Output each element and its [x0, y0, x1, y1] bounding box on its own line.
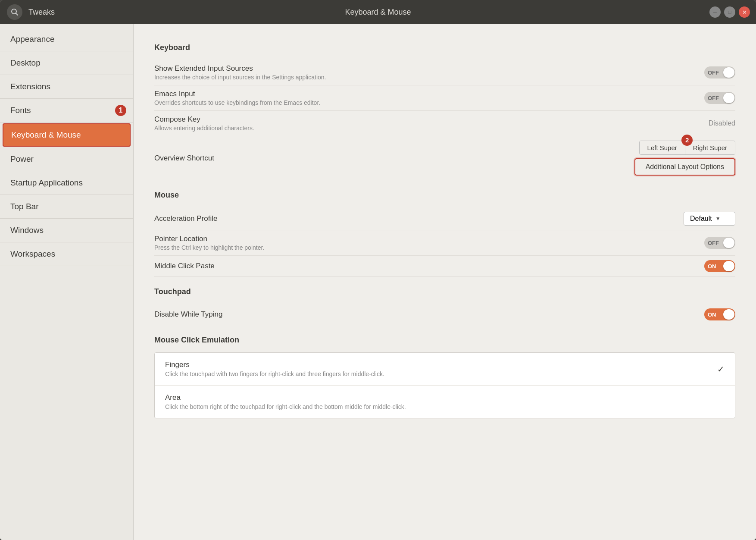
sidebar-item-appearance[interactable]: Appearance: [0, 28, 133, 51]
compose-key-state: Disabled: [709, 119, 735, 127]
minimize-button[interactable]: ─: [709, 6, 721, 18]
window-title: Keyboard & Mouse: [345, 8, 411, 17]
mouse-click-emulation-header: Mouse Click Emulation: [154, 336, 735, 345]
acceleration-profile-row: Acceleration Profile Default ▼: [154, 207, 735, 230]
overview-shortcut-group: Left Super Right Super 2 Additional Layo…: [634, 141, 735, 176]
disable-while-typing-toggle[interactable]: ON: [704, 308, 735, 320]
acceleration-profile-dropdown[interactable]: Default ▼: [684, 212, 735, 226]
emulation-item-area[interactable]: Area Click the bottom right of the touch…: [155, 386, 735, 418]
svg-line-1: [16, 13, 18, 16]
area-desc: Click the bottom right of the touchpad f…: [165, 403, 725, 410]
sidebar-item-fonts[interactable]: Fonts 1: [0, 99, 133, 122]
fingers-desc: Click the touchpad with two fingers for …: [165, 370, 717, 377]
show-extended-input-sources-toggle[interactable]: OFF: [704, 66, 735, 78]
sidebar-item-keyboard-mouse[interactable]: Keyboard & Mouse: [3, 123, 131, 147]
middle-click-paste-row: Middle Click Paste ON: [154, 256, 735, 277]
disable-while-typing-toggle-label: ON: [708, 311, 716, 318]
sidebar-item-windows[interactable]: Windows: [0, 219, 133, 242]
acceleration-profile-name: Acceleration Profile: [154, 214, 684, 223]
toggle-knob: [723, 261, 734, 271]
badge-2: 2: [681, 135, 693, 146]
show-extended-input-sources-name: Show Extended Input Sources: [154, 64, 704, 73]
area-name: Area: [165, 393, 725, 402]
middle-click-paste-toggle[interactable]: ON: [704, 260, 735, 272]
compose-key-row: Compose Key Allows entering additional c…: [154, 111, 735, 136]
app-window: Tweaks Keyboard & Mouse ─ □ ✕ Appearance…: [0, 0, 756, 540]
disable-while-typing-row: Disable While Typing ON: [154, 304, 735, 325]
sidebar-item-workspaces[interactable]: Workspaces: [0, 242, 133, 266]
show-extended-input-sources-row: Show Extended Input Sources Increases th…: [154, 60, 735, 85]
emacs-input-row: Emacs Input Overrides shortcuts to use k…: [154, 85, 735, 111]
emacs-input-desc: Overrides shortcuts to use keybindings f…: [154, 99, 704, 106]
sidebar-item-startup-applications[interactable]: Startup Applications: [0, 171, 133, 195]
pointer-location-toggle-label: OFF: [708, 240, 719, 246]
toggle-knob: [723, 309, 734, 320]
app-name: Tweaks: [28, 8, 55, 17]
pointer-location-row: Pointer Location Press the Ctrl key to h…: [154, 230, 735, 256]
overview-shortcut-row: Overview Shortcut Left Super Right Super…: [154, 136, 735, 180]
overview-shortcut-name: Overview Shortcut: [154, 154, 634, 163]
show-extended-input-sources-desc: Increases the choice of input sources in…: [154, 74, 704, 81]
pointer-location-toggle[interactable]: OFF: [704, 237, 735, 249]
compose-key-name: Compose Key: [154, 115, 709, 124]
pointer-location-desc: Press the Ctrl key to highlight the poin…: [154, 244, 704, 251]
dropdown-arrow-icon: ▼: [715, 216, 721, 222]
window-controls: ─ □ ✕: [709, 6, 750, 18]
keyboard-section-header: Keyboard: [154, 43, 735, 52]
close-button[interactable]: ✕: [739, 6, 750, 18]
titlebar: Tweaks Keyboard & Mouse ─ □ ✕: [0, 0, 756, 24]
middle-click-paste-toggle-label: ON: [708, 263, 716, 270]
mouse-section-header: Mouse: [154, 191, 735, 200]
emacs-toggle-label: OFF: [708, 95, 719, 101]
acceleration-profile-value: Default: [690, 215, 712, 223]
mouse-click-emulation-box: Fingers Click the touchpad with two fing…: [154, 352, 735, 418]
fingers-name: Fingers: [165, 361, 717, 369]
sidebar-item-desktop[interactable]: Desktop: [0, 51, 133, 75]
sidebar-item-power[interactable]: Power: [0, 148, 133, 171]
emulation-item-fingers[interactable]: Fingers Click the touchpad with two fing…: [155, 353, 735, 386]
left-super-button[interactable]: Left Super: [640, 141, 685, 154]
pointer-location-name: Pointer Location: [154, 235, 704, 243]
sidebar: Appearance Desktop Extensions Fonts 1 Ke…: [0, 24, 134, 540]
emacs-input-toggle[interactable]: OFF: [704, 92, 735, 104]
search-icon[interactable]: [7, 4, 22, 20]
main-layout: Appearance Desktop Extensions Fonts 1 Ke…: [0, 24, 756, 540]
emacs-input-name: Emacs Input: [154, 90, 704, 98]
toggle-knob: [723, 238, 734, 248]
maximize-button[interactable]: □: [724, 6, 735, 18]
touchpad-section-header: Touchpad: [154, 287, 735, 296]
content-area: Keyboard Show Extended Input Sources Inc…: [134, 24, 756, 540]
right-super-button[interactable]: Right Super: [685, 141, 735, 154]
show-extended-toggle-label: OFF: [708, 69, 719, 76]
toggle-knob: [723, 67, 734, 78]
disable-while-typing-name: Disable While Typing: [154, 310, 704, 319]
fingers-checkmark: ✓: [717, 364, 725, 374]
sidebar-item-extensions[interactable]: Extensions: [0, 75, 133, 99]
toggle-knob: [723, 93, 734, 103]
additional-layout-options-button[interactable]: Additional Layout Options: [634, 158, 735, 176]
middle-click-paste-name: Middle Click Paste: [154, 262, 704, 270]
sidebar-item-top-bar[interactable]: Top Bar: [0, 195, 133, 219]
compose-key-desc: Allows entering additional characters.: [154, 125, 709, 132]
badge-1: 1: [115, 105, 126, 116]
